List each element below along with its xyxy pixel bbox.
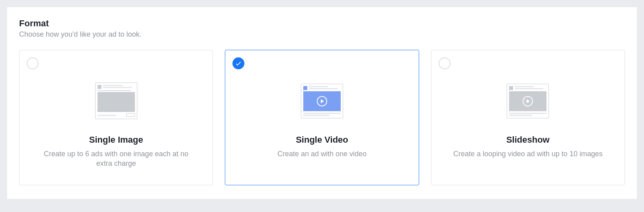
option-title: Slideshow: [506, 135, 550, 145]
option-description: Create a looping video ad with up to 10 …: [453, 149, 603, 159]
option-slideshow[interactable]: Slideshow Create a looping video ad with…: [431, 50, 625, 185]
option-title: Single Image: [89, 135, 143, 145]
format-options-row: Single Image Create up to 6 ads with one…: [19, 50, 625, 185]
play-icon: [523, 96, 533, 106]
single-image-illustration: [95, 78, 137, 124]
option-single-video[interactable]: Single Video Create an ad with one video: [225, 50, 419, 185]
section-subtitle: Choose how you'd like your ad to look.: [19, 30, 625, 39]
radio-unselected-icon: [439, 57, 451, 69]
format-panel: Format Choose how you'd like your ad to …: [7, 7, 637, 199]
option-single-image[interactable]: Single Image Create up to 6 ads with one…: [19, 50, 213, 185]
radio-unselected-icon: [27, 57, 39, 69]
option-title: Single Video: [296, 135, 348, 145]
play-icon: [317, 96, 327, 106]
slideshow-illustration: [507, 78, 549, 124]
check-icon: [235, 60, 242, 67]
option-description: Create up to 6 ads with one image each a…: [37, 149, 196, 169]
radio-selected-icon: [232, 57, 244, 69]
section-title: Format: [19, 18, 625, 29]
option-description: Create an ad with one video: [277, 149, 367, 159]
single-video-illustration: [301, 78, 343, 124]
